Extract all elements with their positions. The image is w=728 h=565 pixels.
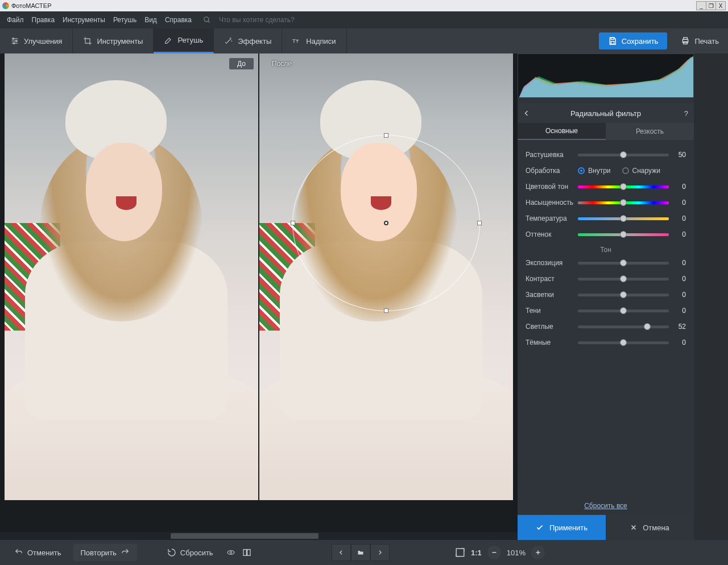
compare-icon[interactable] <box>242 547 252 558</box>
menu-file[interactable]: Файл <box>7 16 24 24</box>
window-close-button[interactable]: X <box>715 1 726 10</box>
temp-slider[interactable] <box>578 216 669 221</box>
sat-slider[interactable] <box>578 200 669 205</box>
window-maximize-button[interactable]: ❐ <box>706 1 716 10</box>
panel-header: Радиальный фильтр ? <box>518 104 694 123</box>
tab-enhancements[interactable]: Улучшения <box>0 28 73 53</box>
shadows-slider[interactable] <box>578 308 669 314</box>
search-icon <box>203 16 211 24</box>
subtab-basic[interactable]: Основные <box>518 123 606 140</box>
search-input[interactable]: Что вы хотите сделать? <box>219 16 295 24</box>
whites-slider[interactable] <box>578 324 669 329</box>
bottombar: Отменить Повторить Сбросить 1:1 101% <box>0 540 728 565</box>
svg-point-6 <box>15 40 17 42</box>
process-label: Обработка <box>526 167 578 175</box>
panel-title: Радиальный фильтр <box>535 109 677 118</box>
horizontal-scrollbar[interactable] <box>0 532 518 540</box>
tab-instruments[interactable]: Инструменты <box>73 28 154 53</box>
zoom-level: 101% <box>507 548 526 557</box>
menu-edit[interactable]: Правка <box>32 16 55 24</box>
hue-value: 0 <box>669 183 686 191</box>
svg-line-1 <box>208 21 210 23</box>
next-image-button[interactable] <box>370 544 390 561</box>
tab-effects[interactable]: Эффекты <box>214 28 282 53</box>
tab-label: Эффекты <box>238 37 271 46</box>
svg-point-20 <box>228 551 234 555</box>
print-button[interactable]: Печать <box>672 32 728 50</box>
menu-retouch[interactable]: Ретушь <box>113 16 136 24</box>
redo-icon <box>120 547 130 558</box>
sat-value: 0 <box>669 199 686 207</box>
cancel-button[interactable]: Отмена <box>606 515 694 540</box>
window-minimize-button[interactable]: _ <box>696 1 706 10</box>
tint-slider[interactable] <box>578 232 669 237</box>
reset-all-link[interactable]: Сбросить все <box>584 502 627 510</box>
wand-icon <box>224 36 233 46</box>
radio-outside[interactable]: Снаружи <box>622 167 660 175</box>
tab-label: Инструменты <box>97 37 143 46</box>
whites-label: Светлые <box>526 323 578 331</box>
shadows-label: Тени <box>526 307 578 315</box>
save-icon <box>608 36 617 46</box>
contrast-label: Контраст <box>526 275 578 283</box>
save-button[interactable]: Сохранить <box>599 32 668 50</box>
sidebar: Радиальный фильтр ? Основные Резкость Ра… <box>518 53 694 540</box>
zoom-in-button[interactable] <box>531 546 545 559</box>
shadows-value: 0 <box>669 307 686 315</box>
before-pane[interactable]: До <box>5 53 258 500</box>
tab-label: Улучшения <box>24 37 62 46</box>
help-button[interactable]: ? <box>677 109 688 118</box>
eye-icon[interactable] <box>226 547 236 558</box>
svg-rect-23 <box>247 550 250 556</box>
highlights-value: 0 <box>669 291 686 299</box>
radio-inside[interactable]: Внутри <box>578 167 611 175</box>
sliders-icon <box>10 36 19 46</box>
blacks-slider[interactable] <box>578 340 669 345</box>
svg-rect-12 <box>684 38 688 39</box>
feather-slider[interactable] <box>578 152 669 158</box>
contrast-slider[interactable] <box>578 276 669 282</box>
subtab-sharpness[interactable]: Резкость <box>606 123 694 140</box>
scrollbar-thumb[interactable] <box>171 533 318 539</box>
exposure-label: Экспозиция <box>526 259 578 267</box>
after-label: После <box>264 58 300 69</box>
tab-text[interactable]: Tᴛ Надписи <box>282 28 346 53</box>
hue-slider[interactable] <box>578 184 669 189</box>
titlebar: ФотоМАСТЕР _ ❐ X <box>0 0 728 11</box>
exposure-value: 0 <box>669 259 686 267</box>
menu-help[interactable]: Справка <box>165 16 192 24</box>
menu-view[interactable]: Вид <box>144 16 157 24</box>
blacks-value: 0 <box>669 339 686 347</box>
hue-label: Цветовой тон <box>526 183 578 191</box>
reset-button[interactable]: Сбросить <box>160 544 220 561</box>
app-logo-icon <box>2 2 9 9</box>
whites-value: 52 <box>669 323 686 331</box>
undo-button[interactable]: Отменить <box>7 544 68 561</box>
prev-image-button[interactable] <box>332 544 351 561</box>
tab-retouch[interactable]: Ретушь <box>154 28 214 53</box>
app-name: ФотоМАСТЕР <box>11 2 52 9</box>
tab-label: Ретушь <box>177 36 203 44</box>
undo-icon <box>14 547 24 558</box>
svg-rect-10 <box>611 42 614 44</box>
highlights-slider[interactable] <box>578 292 669 298</box>
exposure-slider[interactable] <box>578 260 669 266</box>
menu-tools[interactable]: Инструменты <box>63 16 105 24</box>
redo-button[interactable]: Повторить <box>73 544 136 561</box>
menubar: Файл Правка Инструменты Ретушь Вид Справ… <box>0 11 728 28</box>
zoom-out-button[interactable] <box>487 546 501 559</box>
svg-point-7 <box>13 43 15 44</box>
svg-rect-22 <box>243 550 246 556</box>
svg-rect-24 <box>456 548 464 556</box>
browse-button[interactable] <box>351 544 370 561</box>
fit-screen-icon[interactable] <box>455 547 465 558</box>
apply-button[interactable]: Применить <box>518 515 606 540</box>
blacks-label: Тёмные <box>526 339 578 347</box>
after-pane[interactable]: После <box>259 53 513 500</box>
histogram <box>518 53 694 98</box>
check-icon <box>536 523 544 531</box>
print-icon <box>681 36 690 46</box>
fit-label[interactable]: 1:1 <box>471 548 482 557</box>
svg-point-0 <box>204 17 209 22</box>
back-button[interactable] <box>523 110 535 117</box>
